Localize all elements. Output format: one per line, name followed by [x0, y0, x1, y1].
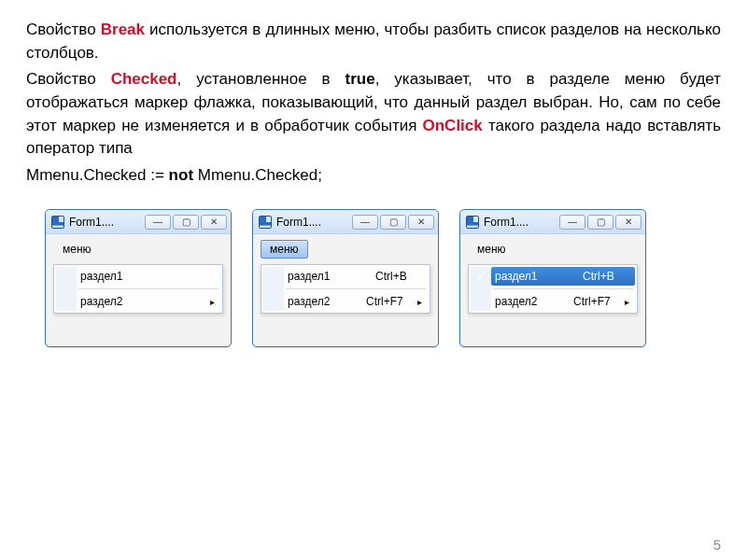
p2-pre: Свойство — [26, 70, 111, 88]
window-body: меню ✓ раздел1 Ctrl+B раздел2 Ctrl+F7 ▸ — [460, 234, 645, 346]
minimize-button[interactable]: — — [559, 215, 585, 230]
menu-item-menu[interactable]: меню — [261, 240, 308, 259]
shortcut: Ctrl+F7 — [573, 295, 620, 308]
minimize-button[interactable]: — — [145, 215, 171, 230]
menu-row-2[interactable]: раздел2 Ctrl+F7 ▸ — [284, 292, 428, 311]
menu-row-label: раздел1 — [288, 270, 375, 283]
maximize-button[interactable]: ▢ — [380, 215, 406, 230]
close-button[interactable]: ✕ — [201, 215, 227, 230]
paragraph-2: Свойство Checked, установленное в true, … — [26, 68, 721, 161]
keyword-true: true — [345, 70, 375, 88]
menubar: меню — [53, 240, 223, 262]
window-2: Form1.... — ▢ ✕ меню раздел1 Ctrl+B разд… — [252, 209, 439, 347]
titlebar: Form1.... — ▢ ✕ — [253, 210, 438, 234]
separator — [286, 288, 426, 289]
submenu-arrow-icon: ▸ — [413, 297, 422, 307]
menu-row-2[interactable]: раздел2 ▸ — [77, 292, 220, 311]
p1-pre: Свойство — [26, 21, 101, 38]
app-icon — [51, 216, 64, 229]
menu-row-2[interactable]: раздел2 Ctrl+F7 ▸ — [491, 292, 635, 311]
menu-row-label: раздел1 — [80, 270, 215, 283]
submenu-arrow-icon: ▸ — [620, 297, 629, 307]
window-title: Form1.... — [276, 216, 350, 229]
shortcut: Ctrl+B — [375, 270, 422, 283]
menu-row-label: раздел1 — [495, 270, 583, 283]
menu-row-label: раздел2 — [80, 295, 205, 308]
submenu-arrow-icon: ▸ — [205, 297, 215, 307]
dropdown: раздел1 раздел2 ▸ — [53, 264, 223, 314]
code-a: Mmenu.Checked := — [26, 166, 169, 184]
p2-mid1: , установленное в — [177, 70, 345, 88]
titlebar: Form1.... — ▢ ✕ — [460, 210, 645, 234]
menubar: меню — [261, 240, 430, 262]
window-3: Form1.... — ▢ ✕ меню ✓ раздел1 Ctrl+B ра… — [459, 209, 646, 347]
window-title: Form1.... — [69, 216, 143, 229]
dropdown: раздел1 Ctrl+B раздел2 Ctrl+F7 ▸ — [261, 264, 430, 314]
maximize-button[interactable]: ▢ — [173, 215, 199, 230]
window-title: Form1.... — [484, 216, 557, 229]
code-c: Mmenu.Checked; — [193, 166, 322, 184]
shortcut: Ctrl+B — [583, 270, 629, 283]
titlebar: Form1.... — ▢ ✕ — [46, 210, 231, 234]
window-1: Form1.... — ▢ ✕ меню раздел1 раздел2 ▸ — [45, 209, 232, 347]
window-body: меню раздел1 раздел2 ▸ — [46, 234, 231, 346]
keyword-break: Break — [101, 21, 145, 38]
maximize-button[interactable]: ▢ — [587, 215, 613, 230]
menubar: меню — [468, 240, 638, 262]
check-icon: ✓ — [474, 270, 487, 283]
separator — [78, 288, 218, 289]
menu-item-menu[interactable]: меню — [468, 240, 515, 259]
keyword-onclick: OnClick — [423, 117, 483, 134]
slide-number: 5 — [713, 537, 721, 553]
menu-row-label: раздел2 — [495, 295, 573, 308]
close-button[interactable]: ✕ — [615, 215, 641, 230]
menu-row-1-checked[interactable]: ✓ раздел1 Ctrl+B — [491, 267, 635, 286]
separator — [493, 288, 633, 289]
minimize-button[interactable]: — — [352, 215, 378, 230]
menu-item-menu[interactable]: меню — [53, 240, 101, 259]
shortcut: Ctrl+F7 — [366, 295, 413, 308]
code-line: Mmenu.Checked := not Mmenu.Checked; — [26, 164, 721, 188]
app-icon — [466, 216, 479, 229]
menu-row-1[interactable]: раздел1 — [77, 267, 220, 286]
paragraph-1: Свойство Break используется в длинных ме… — [26, 19, 721, 187]
keyword-not: not — [169, 166, 193, 184]
close-button[interactable]: ✕ — [408, 215, 434, 230]
app-icon — [259, 216, 272, 229]
menu-row-label: раздел2 — [288, 295, 366, 308]
dropdown: ✓ раздел1 Ctrl+B раздел2 Ctrl+F7 ▸ — [468, 264, 638, 314]
keyword-checked: Checked — [111, 70, 177, 88]
examples-row: Form1.... — ▢ ✕ меню раздел1 раздел2 ▸ — [45, 209, 747, 347]
menu-row-1[interactable]: раздел1 Ctrl+B — [284, 267, 428, 286]
window-body: меню раздел1 Ctrl+B раздел2 Ctrl+F7 ▸ — [253, 234, 438, 346]
